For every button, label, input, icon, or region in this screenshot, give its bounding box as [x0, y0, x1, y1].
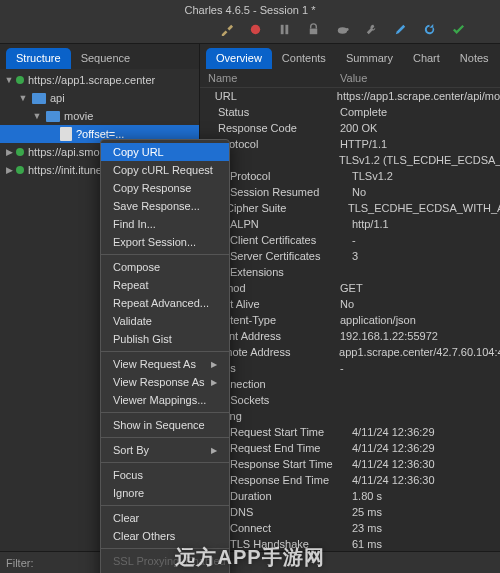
window-title: Charles 4.6.5 - Session 1 * — [0, 0, 500, 18]
overview-row[interactable]: ethodGET — [200, 280, 500, 296]
overview-row[interactable]: ▶Server Certificates3 — [200, 248, 500, 264]
row-key: Cipher Suite — [214, 202, 348, 214]
overview-row[interactable]: DNS25 ms — [200, 504, 500, 520]
tab-chart[interactable]: Chart — [403, 48, 450, 69]
row-key: Session Resumed — [218, 186, 352, 198]
overview-row[interactable]: Connect23 ms — [200, 520, 500, 536]
overview-row[interactable]: Response Code200 OK — [200, 120, 500, 136]
menu-item[interactable]: Copy cURL Request — [101, 161, 229, 179]
menu-item[interactable]: View Response As▶ — [101, 373, 229, 391]
menu-item[interactable]: Compose — [101, 258, 229, 276]
overview-row[interactable]: Duration1.80 s — [200, 488, 500, 504]
overview-row[interactable]: URLhttps://app1.scrape.center/api/movie/… — [200, 88, 500, 104]
turtle-icon[interactable] — [335, 22, 350, 37]
menu-item: SSL Proxying: Enabled — [101, 552, 229, 570]
lock-icon[interactable] — [306, 22, 321, 37]
record-icon[interactable] — [248, 22, 263, 37]
menu-item[interactable]: Show in Sequence — [101, 416, 229, 434]
overview-row[interactable]: ▶ebSockets — [200, 392, 500, 408]
row-value: 61 ms — [352, 538, 382, 550]
tab-overview[interactable]: Overview — [206, 48, 272, 69]
row-key: TLS Handshake — [218, 538, 352, 550]
menu-item[interactable]: Find In... — [101, 215, 229, 233]
menu-item[interactable]: Repeat — [101, 276, 229, 294]
overview-row[interactable]: ProtocolHTTP/1.1 — [200, 136, 500, 152]
row-value: https://app1.scrape.center/api/movie/?of… — [337, 90, 500, 102]
overview-row[interactable]: Session ResumedNo — [200, 184, 500, 200]
right-panel: OverviewContentsSummaryChartNotes Name V… — [200, 44, 500, 553]
overview-row[interactable]: TLS Handshake61 ms — [200, 536, 500, 552]
menu-item[interactable]: Sort By▶ — [101, 441, 229, 459]
row-key: emote Address — [217, 346, 339, 358]
overview-row[interactable]: Request Start Time4/11/24 12:36:29 — [200, 424, 500, 440]
row-key: Response End Time — [218, 474, 352, 486]
refresh-icon[interactable] — [422, 22, 437, 37]
row-key: onnection — [218, 378, 340, 390]
overview-row[interactable]: lient Address192.168.1.22:55972 — [200, 328, 500, 344]
tab-contents[interactable]: Contents — [272, 48, 336, 69]
overview-row[interactable]: ept AliveNo — [200, 296, 500, 312]
overview-row[interactable]: ontent-Typeapplication/json — [200, 312, 500, 328]
chevron-right-icon: ▶ — [211, 378, 217, 387]
menu-item[interactable]: Repeat Advanced... — [101, 294, 229, 312]
overview-row[interactable]: ▶Extensions — [200, 264, 500, 280]
overview-row[interactable]: Response Start Time4/11/24 12:36:30 — [200, 456, 500, 472]
row-key: Status — [218, 106, 340, 118]
menu-item[interactable]: View Request As▶ — [101, 355, 229, 373]
overview-row[interactable]: ▼LSTLSv1.2 (TLS_ECDHE_ECDSA_WITH_AES_128… — [200, 152, 500, 168]
menu-item[interactable]: Copy Response — [101, 179, 229, 197]
svg-point-4 — [337, 27, 346, 34]
overview-row[interactable]: ▶Client Certificates- — [200, 232, 500, 248]
menu-item[interactable]: Publish Gist — [101, 330, 229, 348]
row-value: 23 ms — [352, 522, 382, 534]
row-value: 4/11/24 12:36:29 — [352, 426, 435, 438]
pause-icon[interactable] — [277, 22, 292, 37]
tree-row[interactable]: ▼https://app1.scrape.center — [0, 71, 199, 89]
context-menu: Copy URLCopy cURL RequestCopy ResponseSa… — [100, 139, 230, 573]
folder-icon — [46, 111, 60, 122]
overview-row[interactable]: ▶onnection — [200, 376, 500, 392]
toolbar — [0, 18, 500, 43]
overview-row[interactable]: Cipher SuiteTLS_ECDHE_ECDSA_WITH_AES_128… — [200, 200, 500, 216]
row-key: ags — [218, 362, 340, 374]
menu-item[interactable]: Export Session... — [101, 233, 229, 251]
row-value: - — [340, 362, 344, 374]
svg-rect-2 — [285, 25, 288, 34]
menu-item[interactable]: Validate — [101, 312, 229, 330]
menu-item[interactable]: Viewer Mappings... — [101, 391, 229, 409]
tab-structure[interactable]: Structure — [6, 48, 71, 69]
overview-row[interactable]: StatusComplete — [200, 104, 500, 120]
wrench-icon[interactable] — [364, 22, 379, 37]
menu-item[interactable]: Clear Others — [101, 527, 229, 545]
menu-item[interactable]: Ignore — [101, 484, 229, 502]
overview-row[interactable]: ▶ags- — [200, 360, 500, 376]
tab-notes[interactable]: Notes — [450, 48, 499, 69]
overview-row[interactable]: Response End Time4/11/24 12:36:30 — [200, 472, 500, 488]
row-value: 25 ms — [352, 506, 382, 518]
tree-row[interactable]: ▼movie — [0, 107, 199, 125]
tree-label: https://app1.scrape.center — [28, 74, 155, 86]
overview-row[interactable]: Request End Time4/11/24 12:36:29 — [200, 440, 500, 456]
check-icon[interactable] — [451, 22, 466, 37]
broom-icon[interactable] — [219, 22, 234, 37]
overview-row[interactable]: ALPNhttp/1.1 — [200, 216, 500, 232]
tab-summary[interactable]: Summary — [336, 48, 403, 69]
menu-item[interactable]: Focus — [101, 466, 229, 484]
host-icon — [16, 166, 24, 174]
menu-item[interactable]: Copy URL — [101, 143, 229, 161]
overview-row[interactable]: ProtocolTLSv1.2 — [200, 168, 500, 184]
row-value: 4/11/24 12:36:30 — [352, 458, 435, 470]
row-value: GET — [340, 282, 363, 294]
left-tabs: StructureSequence — [0, 44, 199, 69]
tab-sequence[interactable]: Sequence — [71, 48, 141, 69]
pencil-icon[interactable] — [393, 22, 408, 37]
tree-row[interactable]: ▼api — [0, 89, 199, 107]
menu-item[interactable]: Save Response... — [101, 197, 229, 215]
overview-rows: URLhttps://app1.scrape.center/api/movie/… — [200, 88, 500, 553]
row-value: 4/11/24 12:36:29 — [352, 442, 435, 454]
overview-row[interactable]: emote Addressapp1.scrape.center/42.7.60.… — [200, 344, 500, 360]
row-value: 200 OK — [340, 122, 377, 134]
menu-item[interactable]: Clear — [101, 509, 229, 527]
row-key: Request Start Time — [218, 426, 352, 438]
overview-row[interactable]: ▼ming — [200, 408, 500, 424]
